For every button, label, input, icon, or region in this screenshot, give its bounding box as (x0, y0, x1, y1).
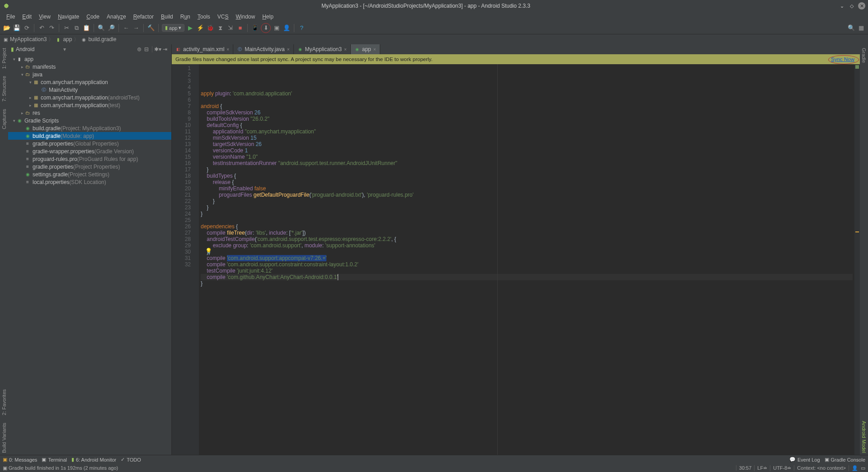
sync-icon[interactable]: ⟳ (23, 24, 31, 32)
error-stripe[interactable] (854, 64, 860, 455)
gutter-favorites[interactable]: 2: Favorites (0, 387, 8, 417)
make-icon[interactable]: 🔨 (147, 24, 155, 32)
project-view-dropdown[interactable]: ▮ Android ▾ (11, 46, 66, 52)
cut-icon[interactable]: ✂ (62, 24, 71, 32)
tab-messages[interactable]: ▣0: Messages (3, 457, 37, 463)
menu-file[interactable]: File (3, 13, 19, 21)
gutter-captures[interactable]: Captures (0, 107, 8, 131)
menu-help[interactable]: Help (259, 13, 277, 21)
close-tab-icon[interactable]: × (287, 47, 290, 52)
tab-terminal[interactable]: ▣Terminal (42, 457, 67, 463)
redo-icon[interactable]: ↷ (47, 24, 56, 32)
close-tab-icon[interactable]: × (226, 47, 229, 52)
help-icon[interactable]: ? (297, 24, 306, 32)
tree-item[interactable]: ▸▦com.anychart.myapplication (test) (8, 101, 171, 109)
undo-icon[interactable]: ↶ (38, 24, 46, 32)
code-area[interactable]: 1234567891011121314151617181920212223242… (172, 64, 860, 455)
tree-item[interactable]: ≡gradle.properties (Global Properties) (8, 140, 171, 147)
avd-icon[interactable]: 📱 (251, 24, 259, 32)
sdk-manager-icon[interactable]: ⬇ (261, 23, 271, 33)
gutter-structure[interactable]: 7: Structure (0, 74, 8, 104)
back-icon[interactable]: ← (122, 24, 130, 32)
run-config-dropdown[interactable]: ▮ app ▾ (162, 24, 184, 32)
status-icon[interactable]: ▣ (3, 465, 7, 471)
menu-build[interactable]: Build (157, 13, 177, 21)
close-tab-icon[interactable]: × (373, 47, 376, 52)
tree-item[interactable]: ≡gradle.properties (Project Properties) (8, 163, 171, 170)
code-text[interactable]: 💡 apply plugin: 'com.android.application… (199, 64, 854, 455)
breadcrumb-file[interactable]: ◉build.gradle (81, 36, 116, 42)
close-tab-icon[interactable]: × (344, 47, 347, 52)
tree-item[interactable]: ▾🗀java (8, 71, 171, 78)
tab-gradle-console[interactable]: ▣Gradle Console (825, 457, 865, 463)
apply-changes-icon[interactable]: ⚡ (196, 24, 204, 32)
tree-item[interactable]: ▸▦com.anychart.myapplication (androidTes… (8, 94, 171, 101)
menu-navigate[interactable]: Navigate (54, 13, 83, 21)
forward-icon[interactable]: → (132, 24, 140, 32)
breadcrumb-project[interactable]: ▣MyApplication3 (3, 36, 47, 42)
tab-event-log[interactable]: 💬Event Log (789, 457, 820, 463)
menu-run[interactable]: Run (177, 13, 194, 21)
warning-mark[interactable] (855, 231, 859, 232)
tab-android-monitor[interactable]: ▮6: Android Monitor (71, 457, 116, 463)
tree-item[interactable]: ▾◉Gradle Scripts (8, 117, 171, 124)
tree-item[interactable]: ≡gradle-wrapper.properties (Gradle Versi… (8, 147, 171, 155)
run-icon[interactable]: ▶ (186, 24, 194, 32)
editor-tab[interactable]: ◉MyApplication3× (294, 44, 351, 54)
close-button[interactable]: ✕ (858, 2, 865, 9)
collapse-all-icon[interactable]: ⊟ (143, 46, 150, 53)
sync-now-link[interactable]: Sync Now (829, 56, 856, 62)
line-separator[interactable]: LF≐ (754, 465, 770, 471)
menu-code[interactable]: Code (83, 13, 103, 21)
gutter-gradle[interactable]: Gradle (860, 46, 868, 65)
tree-item[interactable]: ▸🗀res (8, 109, 171, 117)
gutter-build-variants[interactable]: Build Variants (0, 421, 8, 455)
tree-item[interactable]: ⒸMainActivity (8, 86, 171, 94)
hector-icon[interactable]: 👤 (849, 465, 861, 471)
attach-icon[interactable]: ⇲ (226, 24, 234, 32)
editor-tab[interactable]: ◧activity_main.xml× (172, 44, 233, 54)
minimize-button[interactable]: ⌄ (838, 2, 845, 9)
memory-icon[interactable]: ▭ (861, 465, 865, 471)
tree-item[interactable]: ◉build.gradle (Module: app) (8, 132, 171, 140)
copy-icon[interactable]: ⧉ (72, 24, 80, 32)
tree-item[interactable]: ▾▮app (8, 55, 171, 63)
tree-item[interactable]: ▾▦com.anychart.myapplication (8, 78, 171, 86)
intention-bulb-icon[interactable]: 💡 (205, 248, 212, 254)
scroll-from-source-icon[interactable]: ⊚ (136, 46, 143, 53)
layout-inspector-icon[interactable]: ▣ (273, 24, 281, 32)
save-icon[interactable]: 💾 (13, 24, 21, 32)
menu-analyze[interactable]: Analyze (103, 13, 130, 21)
breadcrumb-module[interactable]: ▮app (56, 36, 72, 42)
gutter-project[interactable]: 1: Project (0, 46, 8, 71)
tree-item[interactable]: ◉build.gradle (Project: MyApplication3) (8, 124, 171, 132)
menu-vcs[interactable]: VCS (214, 13, 232, 21)
settings-icon[interactable]: ▦ (857, 24, 865, 32)
tree-item[interactable]: ≡proguard-rules.pro (ProGuard Rules for … (8, 155, 171, 163)
editor-tab[interactable]: ⒸMainActivity.java× (233, 44, 293, 54)
search-everywhere-icon[interactable]: 🔍 (847, 24, 855, 32)
find-icon[interactable]: 🔍 (97, 24, 105, 32)
tree-item[interactable]: ▸🗀manifests (8, 63, 171, 71)
tab-todo[interactable]: ✓TODO (121, 457, 141, 463)
maximize-button[interactable]: ◇ (848, 2, 855, 9)
context[interactable]: Context: <no context> (794, 465, 849, 471)
profile-icon[interactable]: ⧗ (216, 24, 224, 32)
gutter-android-model[interactable]: Android Model (860, 419, 868, 455)
stop-icon[interactable]: ■ (236, 24, 244, 32)
open-icon[interactable]: 📂 (3, 24, 11, 32)
menu-edit[interactable]: Edit (19, 13, 35, 21)
debug-icon[interactable]: 🐞 (206, 24, 214, 32)
tree-item[interactable]: ◉settings.gradle (Project Settings) (8, 170, 171, 178)
project-tree[interactable]: ▾▮app▸🗀manifests▾🗀java▾▦com.anychart.mya… (8, 54, 171, 455)
editor-tab[interactable]: ◉app× (351, 44, 380, 54)
menu-tools[interactable]: Tools (194, 13, 214, 21)
paste-icon[interactable]: 📋 (82, 24, 90, 32)
tree-item[interactable]: ≡local.properties (SDK Location) (8, 178, 171, 186)
structure-icon[interactable]: 👤 (283, 24, 291, 32)
hide-icon[interactable]: ⇥ (161, 46, 169, 53)
encoding[interactable]: UTF-8≐ (770, 465, 794, 471)
menu-window[interactable]: Window (232, 13, 259, 21)
settings-icon[interactable]: ✱▾ (154, 46, 161, 53)
menu-refactor[interactable]: Refactor (130, 13, 157, 21)
